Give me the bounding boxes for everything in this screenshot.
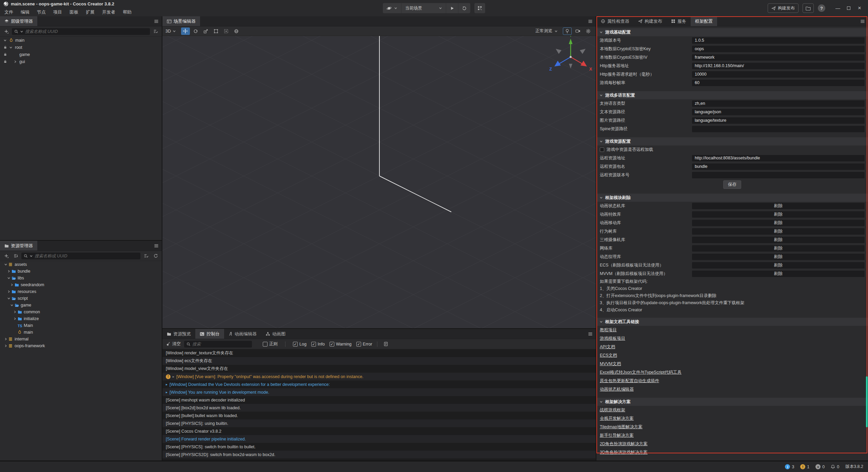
asset-node-bundle[interactable]: bundle — [0, 268, 162, 275]
close-button[interactable]: × — [854, 3, 865, 13]
console-row[interactable]: [Scene] [PHYSICS]: using builtin. — [162, 419, 596, 427]
tab-服务[interactable]: 服务 — [667, 16, 691, 26]
section-header-框架文档工具链接[interactable]: 框架文档工具链接 — [596, 318, 868, 326]
console-row[interactable]: [Scene] [PHYSICS]: switch from builtin t… — [162, 443, 596, 451]
panel-menu-icon[interactable] — [154, 19, 159, 24]
asset-node-initialize[interactable]: initialize — [0, 315, 162, 322]
asset-node-Main[interactable]: TSMain — [0, 322, 162, 329]
field-input[interactable]: http://192.168.0.150/main/ — [692, 63, 865, 69]
open-folder-button[interactable] — [803, 3, 814, 13]
world-tool-button[interactable] — [232, 27, 241, 35]
menu-item-文件[interactable]: 文件 — [1, 8, 17, 16]
console-search[interactable] — [184, 341, 252, 348]
add-asset-button[interactable] — [2, 252, 10, 260]
camera-preview-button[interactable] — [573, 27, 582, 35]
hierarchy-search[interactable] — [12, 28, 150, 35]
reload-button[interactable] — [458, 3, 470, 13]
doc-link-战棋游戏框架[interactable]: 战棋游戏框架 — [600, 407, 625, 413]
regex-toggle[interactable]: 正则 — [263, 341, 278, 347]
status-warning-counter[interactable]: ! 1 — [800, 464, 809, 469]
console-search-input[interactable] — [192, 342, 250, 347]
doc-link-新手引导解决方案[interactable]: 新手引导解决方案 — [600, 433, 634, 438]
collapse-logs-icon[interactable] — [382, 340, 390, 348]
asset-node-assets[interactable]: assets — [0, 261, 162, 268]
remove-button[interactable]: 剔除 — [692, 220, 865, 226]
field-input[interactable]: 1.0.5 — [692, 37, 865, 44]
console-row[interactable]: [Scene] [bullet]:bullet wasm lib loaded. — [162, 412, 596, 419]
filter-info[interactable]: ✓Info — [311, 342, 325, 347]
asset-node-libs[interactable]: libs — [0, 275, 162, 281]
section-header-游戏资源配置[interactable]: 游戏资源配置 — [596, 137, 868, 145]
hierarchy-node-gui[interactable]: gui — [0, 58, 162, 65]
tab-构建发布[interactable]: 构建发布 — [634, 16, 667, 26]
asset-node-common[interactable]: common — [0, 309, 162, 315]
field-input[interactable]: language/json — [692, 109, 865, 115]
status-info-counter[interactable]: i 3 — [785, 464, 794, 469]
panel-menu-icon[interactable] — [154, 243, 159, 248]
help-button[interactable]: ? — [818, 4, 825, 12]
remove-button[interactable]: 剔除 — [692, 228, 865, 235]
field-input[interactable]: 60 — [692, 80, 865, 86]
asset-node-main[interactable]: main — [0, 329, 162, 336]
preview-platform-button[interactable] — [383, 3, 401, 13]
sort-assets-button[interactable] — [12, 252, 19, 260]
scrollbar-thumb[interactable] — [866, 376, 868, 427]
doc-link-API文档[interactable]: API文档 — [600, 344, 615, 350]
menu-item-扩展[interactable]: 扩展 — [82, 8, 98, 16]
section-header-游戏基础配置[interactable]: 游戏基础配置 — [596, 28, 868, 36]
hierarchy-search-input[interactable] — [25, 29, 147, 34]
field-input[interactable]: http://localhost:8083/assets/bundle — [692, 155, 865, 161]
checkbox-checked[interactable]: ✓ — [311, 342, 316, 347]
assets-search[interactable] — [21, 253, 140, 259]
field-input[interactable]: 10000 — [692, 71, 865, 78]
doc-link-3D角色扮演游戏解决方案[interactable]: 3D角色扮演游戏解决方案 — [600, 450, 648, 455]
tab-框架配置[interactable]: 框架配置 — [691, 16, 717, 26]
expand-icon[interactable]: ▸ — [166, 382, 167, 386]
lighting-toggle-button[interactable] — [563, 27, 572, 35]
checkbox-unchecked[interactable] — [263, 342, 268, 347]
menu-item-项目[interactable]: 项目 — [50, 8, 66, 16]
console-row[interactable]: [Window] model_view文件夹存在 — [162, 365, 596, 373]
console-row[interactable]: ▸[Window] Download the Vue Devtools exte… — [162, 380, 596, 388]
asset-node-game[interactable]: game — [0, 302, 162, 309]
console-row[interactable]: [Scene] Cocos Creator v3.8.2 — [162, 427, 596, 435]
hierarchy-node-game[interactable]: game — [0, 51, 162, 58]
remove-button[interactable]: 剔除 — [692, 262, 865, 269]
console-row[interactable]: !▸[Window] [Vue warn]: Property "onInput… — [162, 373, 596, 380]
asset-node-oops-framework[interactable]: oops-framework — [0, 342, 162, 349]
tab-资源预览[interactable]: 资源预览 — [162, 329, 195, 339]
play-button[interactable] — [446, 3, 458, 13]
console-row[interactable]: [Window] render_texture文件夹存在 — [162, 349, 596, 357]
asset-node-script[interactable]: script — [0, 295, 162, 302]
field-input[interactable]: language/texture — [692, 117, 865, 124]
tab-动画图[interactable]: 动画图 — [261, 329, 290, 339]
doc-link-游戏模板项目[interactable]: 游戏模板项目 — [600, 336, 625, 341]
asset-node-resources[interactable]: resources — [0, 288, 162, 295]
doc-link-ECS文档[interactable]: ECS文档 — [600, 353, 617, 358]
field-input[interactable]: zh,en — [692, 100, 865, 107]
filter-icon[interactable] — [142, 252, 150, 260]
filter-icon[interactable] — [152, 28, 159, 35]
expand-icon[interactable]: ▸ — [173, 375, 174, 378]
filter-log[interactable]: ✓Log — [293, 342, 307, 347]
expand-icon[interactable]: ▸ — [166, 390, 167, 394]
checkbox-unchecked[interactable] — [600, 148, 604, 152]
remove-button[interactable]: 剔除 — [692, 254, 865, 260]
status-error-counter[interactable]: × 0 — [815, 464, 825, 469]
doc-link-Tiledmap地图解决方案[interactable]: Tiledmap地图解决方案 — [600, 424, 643, 430]
view-mode-select[interactable]: 正常浏览 — [535, 28, 558, 34]
doc-link-全栈开发解决方案[interactable]: 全栈开发解决方案 — [600, 416, 634, 421]
move-tool-button[interactable] — [181, 27, 190, 35]
field-input[interactable]: bundle — [692, 163, 865, 170]
scene-select[interactable]: 当前场景 — [401, 3, 446, 13]
tab-动画编辑器[interactable]: 动画编辑器 — [224, 329, 261, 339]
remove-button[interactable]: 剔除 — [692, 203, 865, 209]
field-input[interactable]: oops — [692, 46, 865, 52]
restore-button[interactable] — [844, 3, 854, 13]
tab-属性检查器[interactable]: 属性检查器 — [596, 16, 634, 26]
menu-item-开发者[interactable]: 开发者 — [98, 8, 119, 16]
section-header-框架解决方案[interactable]: 框架解决方案 — [596, 398, 868, 406]
menu-item-面板[interactable]: 面板 — [66, 8, 82, 16]
doc-link-MVVM文档[interactable]: MVVM文档 — [600, 361, 621, 367]
checkbox-checked[interactable]: ✓ — [293, 342, 298, 347]
